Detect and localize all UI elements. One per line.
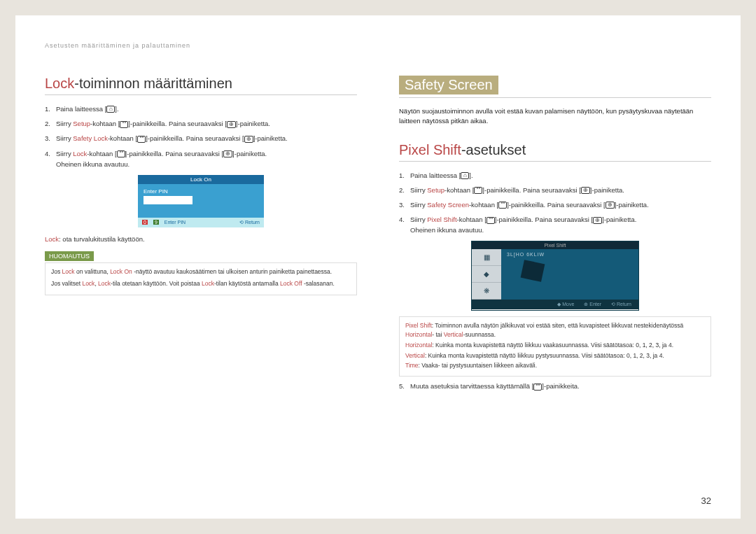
right-column: Safety Screen Näytön suojaustoiminnon av…: [399, 76, 711, 395]
enter-icon: [227, 121, 236, 128]
step-num: 4.: [45, 148, 56, 169]
step-num: 2.: [45, 118, 56, 129]
sidebar-icon-2: ◆: [472, 266, 501, 283]
step-tail: Oheinen ikkuna avautuu.: [410, 225, 711, 235]
step-tail: Oheinen ikkuna avautuu.: [56, 159, 357, 169]
step-body: Siirry Safety Screen-kohtaan []-painikke…: [410, 199, 711, 210]
safety-screen-box: Safety Screen: [399, 76, 498, 94]
step-item: 2.Siirry Setup-kohtaan []-painikkeilla. …: [45, 118, 357, 129]
pixel-ui-title: Pixel Shift: [472, 241, 638, 249]
desc-rest: : ota turvalukitustila käyttöön.: [59, 235, 145, 243]
footer-enter-pin: Enter PIN: [164, 220, 186, 225]
updown-icon: [486, 217, 495, 224]
enter-icon: [593, 217, 602, 224]
note-label: HUOMAUTUS: [45, 251, 94, 261]
step-item: 4.Siirry Pixel Shift-kohtaan []-painikke…: [399, 214, 711, 235]
step-num: 3.: [45, 133, 56, 143]
pixel-shift-screenshot: Pixel Shift ▦ ◆ ❋ 3L[HO 6KLIW ◆ Move ⊕ E…: [471, 241, 639, 311]
enter-pin-label: Enter PIN: [144, 188, 258, 195]
section-title-pixel-shift: Pixel Shift-asetukset: [399, 142, 711, 162]
left-column: Lock-toiminnon määrittäminen 1.Paina lai…: [45, 76, 357, 395]
updown-icon: [498, 202, 507, 209]
lock-ui-title: Lock On: [138, 175, 264, 184]
steps-list-right: 1.Paina laitteessa [].2.Siirry Setup-koh…: [399, 170, 711, 236]
content-columns: Lock-toiminnon määrittäminen 1.Paina lai…: [45, 76, 711, 395]
pixel-ui-row-label: 3L[HO 6KLIW: [507, 252, 545, 257]
pixel-ui-main: 3L[HO 6KLIW: [501, 249, 638, 300]
step-item: 1.Paina laitteessa [].: [399, 170, 711, 181]
manual-page: Asetusten määrittäminen ja palauttaminen…: [15, 15, 741, 519]
updown-icon: [533, 384, 542, 391]
home-icon: [461, 172, 469, 179]
step-num: 4.: [399, 214, 410, 235]
pixel-rest: -asetukset: [461, 142, 526, 157]
step-body: Muuta asetuksia tarvittaessa käyttämällä…: [410, 381, 711, 391]
step-item: 4.Siirry Lock-kohtaan []-painikkeilla. P…: [45, 148, 357, 169]
step-item: 3.Siirry Safety Lock-kohtaan []-painikke…: [45, 133, 357, 143]
pin-input-box: [144, 196, 192, 204]
step-num: 1.: [399, 170, 410, 181]
step-5: 5. Muuta asetuksia tarvittaessa käyttämä…: [399, 381, 711, 391]
step-body: Siirry Pixel Shift-kohtaan []-painikkeil…: [410, 214, 711, 235]
chip-graphic: [521, 260, 545, 283]
updown-icon: [117, 150, 125, 157]
sidebar-icon-3: ❋: [472, 283, 501, 300]
footer-9: 9: [153, 220, 159, 225]
home-icon: [106, 106, 115, 113]
step-item: 1.Paina laitteessa [].: [45, 104, 357, 114]
step-item: 2.Siirry Setup-kohtaan []-painikkeilla. …: [399, 185, 711, 195]
sidebar-icon-1: ▦: [472, 249, 501, 266]
note-body: Jos Lock on valittuna, Lock On -näyttö a…: [45, 262, 357, 296]
section-title-lock: Lock-toiminnon määrittäminen: [45, 76, 357, 95]
title-accent: Lock: [45, 76, 74, 91]
pixel-ui-sidebar: ▦ ◆ ❋: [472, 249, 501, 300]
enter-icon: [223, 150, 232, 157]
enter-icon: [606, 202, 615, 209]
step-body: Siirry Setup-kohtaan []-painikkeilla. Pa…: [56, 118, 357, 129]
step-num: 5.: [399, 381, 410, 391]
pixel-ui-footer: ◆ Move ⊕ Enter ⟲ Return: [472, 300, 638, 309]
lock-description: Lock: ota turvalukitustila käyttöön.: [45, 235, 357, 243]
updown-icon: [120, 121, 128, 128]
page-number: 32: [701, 496, 711, 506]
updown-icon: [474, 187, 482, 194]
enter-icon: [581, 187, 590, 194]
section-title-safety: Safety Screen: [399, 76, 711, 98]
step-body: Siirry Safety Lock-kohtaan []-painikkeil…: [56, 133, 357, 143]
lock-ui-footer: 0 9 Enter PIN ⟲ Return: [138, 218, 264, 227]
step-num: 2.: [399, 185, 410, 195]
step-body: Paina laitteessa [].: [56, 104, 357, 114]
step-num: 1.: [45, 104, 56, 114]
enter-icon: [244, 136, 253, 143]
lock-on-screenshot: Lock On Enter PIN 0 9 Enter PIN ⟲ Return: [138, 175, 264, 231]
steps-list: 1.Paina laitteessa [].2.Siirry Setup-koh…: [45, 104, 357, 169]
title-rest: -toiminnon määrittäminen: [74, 76, 232, 91]
desc-red: Lock: [45, 235, 59, 243]
breadcrumb: Asetusten määrittäminen ja palauttaminen: [45, 42, 711, 49]
step-body: Paina laitteessa [].: [410, 170, 711, 181]
footer-0: 0: [142, 220, 148, 225]
lock-ui-body: Enter PIN: [138, 184, 264, 218]
pixel-labels-block: Pixel Shift: Toiminnon avulla näytön jäl…: [399, 316, 711, 377]
step-num: 3.: [399, 199, 410, 210]
step-item: 3.Siirry Safety Screen-kohtaan []-painik…: [399, 199, 711, 210]
footer-return: Return: [245, 220, 260, 225]
pixel-accent: Pixel Shift: [399, 142, 461, 157]
step-body: Siirry Lock-kohtaan []-painikkeilla. Pai…: [56, 148, 357, 169]
updown-icon: [137, 136, 146, 143]
safety-intro: Näytön suojaustoiminnon avulla voit estä…: [399, 106, 711, 127]
step-body: Siirry Setup-kohtaan []-painikkeilla. Pa…: [410, 185, 711, 195]
